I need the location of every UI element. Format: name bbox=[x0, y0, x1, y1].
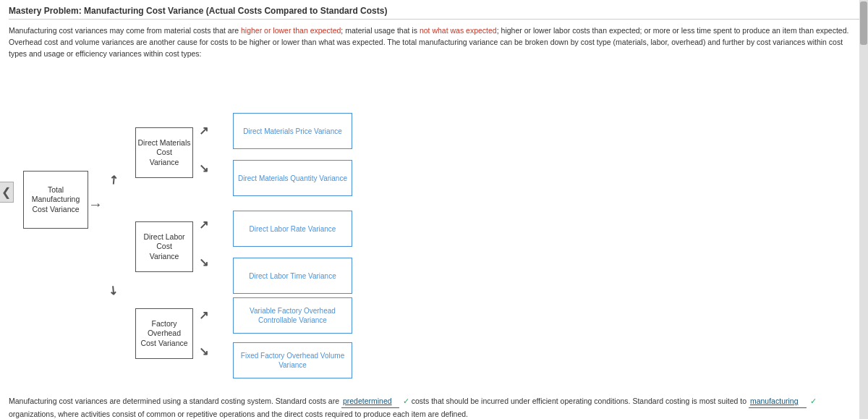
dropdown-manufacturing[interactable]: manufacturing bbox=[749, 395, 807, 408]
intro-text: Manufacturing cost variances may come fr… bbox=[9, 25, 859, 59]
fo-to-var-arrow: ↗ bbox=[199, 308, 208, 322]
check2: ✓ bbox=[810, 397, 817, 405]
dm-qty-box: Direct Materials Quantity Variance bbox=[233, 160, 352, 196]
bottom-line1-mid: costs that should be incurred under effi… bbox=[412, 397, 746, 405]
dm-to-qty-arrow: ↘ bbox=[199, 161, 208, 175]
dl-rate-box: Direct Labor Rate Variance bbox=[233, 211, 352, 247]
total-to-dm-arrow: ↗ bbox=[105, 172, 121, 188]
fo-var-box: Variable Factory Overhead Controllable V… bbox=[233, 297, 352, 334]
total-to-fo-arrow: ↘ bbox=[105, 282, 121, 298]
dm-cost-box: Direct Materials CostVariance bbox=[135, 127, 193, 178]
dropdown-predetermined[interactable]: predetermined bbox=[341, 395, 399, 408]
dl-to-time-arrow: ↘ bbox=[199, 255, 208, 269]
fo-to-fixed-arrow: ↘ bbox=[199, 344, 208, 358]
dm-price-box: Direct Materials Price Variance bbox=[233, 113, 352, 149]
left-nav-arrow[interactable]: ❮ bbox=[0, 182, 14, 203]
page-title: Mastery Problem: Manufacturing Cost Vari… bbox=[9, 6, 859, 20]
scrollbar-thumb[interactable] bbox=[860, 1, 867, 45]
dm-to-price-arrow: ↗ bbox=[199, 124, 208, 137]
total-to-mid-arrow: → bbox=[88, 196, 103, 213]
scrollbar[interactable] bbox=[859, 0, 868, 419]
bottom-text: Manufacturing cost variances are determi… bbox=[9, 395, 859, 419]
dl-time-box: Direct Labor Time Variance bbox=[233, 258, 352, 294]
dl-cost-box: Direct Labor CostVariance bbox=[135, 221, 193, 272]
fo-cost-box: Factory OverheadCost Variance bbox=[135, 308, 193, 359]
fo-fixed-box: Fixed Factory Overhead Volume Variance bbox=[233, 342, 352, 378]
total-manufacturing-box: Total ManufacturingCost Variance bbox=[23, 171, 88, 229]
bottom-line1-post: organizations, where activities consist … bbox=[9, 410, 468, 418]
dl-to-rate-arrow: ↗ bbox=[199, 218, 208, 232]
bottom-line1-pre: Manufacturing cost variances are determi… bbox=[9, 397, 339, 405]
diagram-area: ❮ Total ManufacturingCost Variance → ↗ ↘… bbox=[9, 69, 370, 388]
check1: ✓ bbox=[403, 397, 409, 405]
